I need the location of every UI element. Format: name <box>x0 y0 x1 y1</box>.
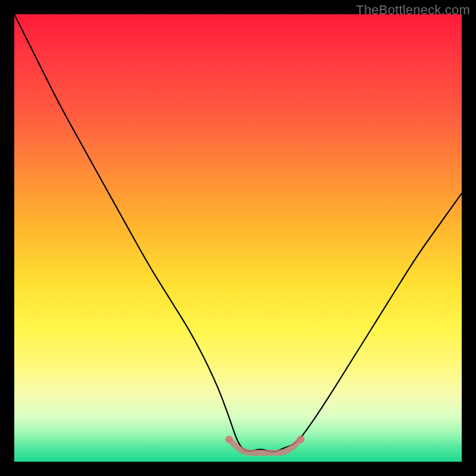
chart-series-group <box>14 14 462 453</box>
optimal-band-endpoint <box>297 436 305 443</box>
curve-main <box>14 14 462 452</box>
chart-plot-area <box>14 14 462 462</box>
chart-frame: TheBottleneck.com <box>0 0 476 476</box>
watermark-text: TheBottleneck.com <box>356 2 470 18</box>
optimal-band-endpoint <box>225 436 233 443</box>
curve-optimal-band <box>229 439 300 453</box>
chart-svg <box>14 14 462 462</box>
